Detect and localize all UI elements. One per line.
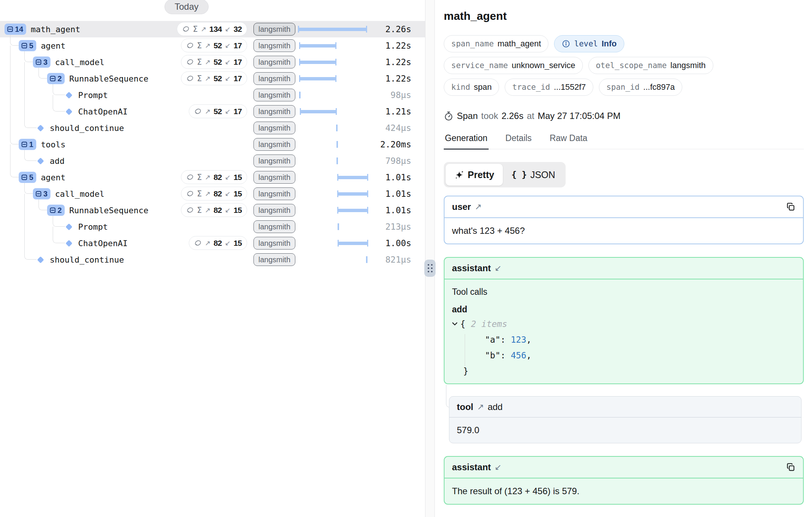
timeline-bar bbox=[298, 251, 369, 268]
span-attribute-pills: span_namemath_agentlevelInfoservice_name… bbox=[444, 35, 804, 96]
input-tokens-arrow-icon: ↗ bbox=[205, 42, 210, 50]
tree-row-Prompt[interactable]: Promptlangsmith98µs bbox=[0, 87, 425, 103]
tree-row-call_model[interactable]: 3call_modelΣ↗52↙17langsmith1.22s bbox=[0, 54, 425, 70]
today-button[interactable]: Today bbox=[164, 0, 209, 14]
timeline-bar bbox=[298, 87, 369, 103]
collapse-toggle[interactable]: 14 bbox=[4, 24, 26, 35]
sparkle-icon bbox=[454, 170, 464, 180]
tool-result-text: 579.0 bbox=[449, 417, 801, 443]
detail-tabs: GenerationDetailsRaw Data bbox=[444, 133, 804, 149]
tree-row-math_agent[interactable]: 14math_agentΣ↗134↙32langsmith2.26s bbox=[0, 21, 425, 37]
json-entry: "b": 456, bbox=[485, 351, 796, 360]
leaf-diamond-icon bbox=[65, 223, 72, 230]
duration-label: 1.01s bbox=[385, 202, 411, 218]
collapse-toggle[interactable]: 5 bbox=[19, 40, 36, 51]
drag-handle-icon[interactable] bbox=[424, 260, 436, 277]
collapse-toggle[interactable]: 3 bbox=[33, 188, 50, 199]
tool-result-name: add bbox=[487, 402, 502, 412]
token-count-badge: ↗82↙15 bbox=[189, 236, 247, 250]
tab-raw-data[interactable]: Raw Data bbox=[548, 133, 588, 149]
langsmith-tag: langsmith bbox=[253, 56, 295, 68]
assistant-toolcall-card: assistant ↙ Tool calls add { 2 items "a"… bbox=[444, 257, 804, 384]
tree-row-agent[interactable]: 5agentΣ↗52↙17langsmith1.22s bbox=[0, 37, 425, 54]
info-icon bbox=[562, 39, 570, 48]
span-name: Prompt bbox=[78, 91, 108, 100]
attribute-pill-level: levelInfo bbox=[554, 35, 624, 52]
sigma-icon: Σ bbox=[197, 189, 202, 198]
duration-label: 1.22s bbox=[385, 70, 411, 87]
leaf-diamond-icon bbox=[65, 108, 72, 115]
assistant-final-card: assistant ↙ The result of (123 + 456) is… bbox=[444, 456, 804, 505]
tree-row-RunnableSequence[interactable]: 2RunnableSequenceΣ↗52↙17langsmith1.22s bbox=[0, 70, 425, 87]
timeline-bar bbox=[298, 37, 369, 54]
span-name: call_model bbox=[55, 189, 104, 199]
json-indent-guide bbox=[465, 334, 465, 366]
coin-icon bbox=[186, 190, 194, 198]
attribute-pill-otel_scope_name: otel_scope_namelangsmith bbox=[588, 57, 713, 74]
view-toggle: Pretty { } JSON bbox=[444, 162, 566, 187]
tree-row-Prompt[interactable]: Promptlangsmith213µs bbox=[0, 218, 425, 235]
leaf-diamond-icon bbox=[37, 157, 44, 164]
collapse-toggle[interactable]: 2 bbox=[47, 205, 65, 216]
duration-label: 1.01s bbox=[385, 169, 411, 186]
chevron-down-icon[interactable] bbox=[452, 322, 458, 326]
pretty-toggle-button[interactable]: Pretty bbox=[446, 164, 503, 186]
timeline-bar bbox=[298, 136, 369, 153]
sigma-icon: Σ bbox=[193, 25, 198, 34]
assistant-final-header: assistant ↙ bbox=[445, 457, 803, 478]
collapse-toggle[interactable]: 2 bbox=[47, 73, 65, 84]
token-count-badge: Σ↗82↙15 bbox=[181, 203, 247, 217]
user-message-header: user ↗ bbox=[445, 196, 803, 218]
outgoing-arrow-icon: ↗ bbox=[477, 402, 484, 412]
collapse-toggle[interactable]: 1 bbox=[19, 139, 36, 150]
output-tokens-arrow-icon: ↙ bbox=[225, 239, 231, 247]
incoming-arrow-icon: ↙ bbox=[495, 462, 501, 472]
tab-generation[interactable]: Generation bbox=[444, 133, 489, 149]
span-name: ChatOpenAI bbox=[78, 239, 127, 248]
langsmith-tag: langsmith bbox=[253, 23, 295, 36]
leaf-diamond-icon bbox=[65, 240, 72, 247]
timeline-bar bbox=[298, 202, 369, 218]
tree-row-should_continue[interactable]: should_continuelangsmith424µs bbox=[0, 120, 425, 136]
tree-row-should_continue[interactable]: should_continuelangsmith821µs bbox=[0, 251, 425, 268]
collapse-toggle[interactable]: 5 bbox=[19, 172, 36, 183]
tree-row-add[interactable]: addlangsmith798µs bbox=[0, 153, 425, 169]
output-tokens-arrow-icon: ↙ bbox=[225, 58, 231, 66]
duration-label: 1.00s bbox=[385, 235, 411, 251]
duration-label: 821µs bbox=[385, 251, 411, 268]
json-toggle-button[interactable]: { } JSON bbox=[503, 164, 564, 186]
tool-message-card: tool ↗ add 579.0 bbox=[449, 396, 802, 443]
tab-details[interactable]: Details bbox=[504, 133, 533, 149]
panel-resizer[interactable] bbox=[425, 0, 435, 517]
sigma-icon: Σ bbox=[197, 206, 202, 215]
user-message-text: what's 123 + 456? bbox=[445, 218, 803, 244]
output-tokens-arrow-icon: ↙ bbox=[225, 25, 231, 33]
coin-icon bbox=[186, 42, 194, 49]
tree-row-call_model[interactable]: 3call_modelΣ↗82↙15langsmith1.01s bbox=[0, 186, 425, 202]
duration-label: 2.26s bbox=[385, 21, 411, 37]
copy-button[interactable] bbox=[786, 462, 796, 472]
duration-label: 1.22s bbox=[385, 54, 411, 70]
leaf-diamond-icon bbox=[65, 92, 72, 98]
langsmith-tag: langsmith bbox=[253, 187, 295, 200]
pill-row: service_nameunknown_serviceotel_scope_na… bbox=[444, 57, 804, 74]
tree-row-ChatOpenAI[interactable]: ChatOpenAI↗82↙15langsmith1.00s bbox=[0, 235, 425, 251]
coin-icon bbox=[186, 206, 194, 214]
coin-icon bbox=[186, 58, 194, 66]
token-count-badge: ↗52↙17 bbox=[189, 104, 247, 118]
tree-row-agent[interactable]: 5agentΣ↗82↙15langsmith1.01s bbox=[0, 169, 425, 186]
incoming-arrow-icon: ↙ bbox=[495, 263, 501, 273]
copy-button[interactable] bbox=[786, 202, 796, 212]
span-name: add bbox=[50, 156, 65, 166]
tree-row-RunnableSequence[interactable]: 2RunnableSequenceΣ↗82↙15langsmith1.01s bbox=[0, 202, 425, 218]
collapse-toggle[interactable]: 3 bbox=[33, 56, 50, 68]
span-detail-panel: math_agent span_namemath_agentlevelInfos… bbox=[435, 0, 812, 517]
langsmith-tag: langsmith bbox=[253, 237, 295, 250]
tree-row-tools[interactable]: 1toolslangsmith2.20ms bbox=[0, 136, 425, 153]
langsmith-tag: langsmith bbox=[253, 89, 295, 101]
input-tokens-arrow-icon: ↗ bbox=[205, 239, 210, 247]
tree-row-ChatOpenAI[interactable]: ChatOpenAI↗52↙17langsmith1.21s bbox=[0, 103, 425, 120]
coin-icon bbox=[194, 107, 202, 115]
sigma-icon: Σ bbox=[197, 41, 202, 50]
langsmith-tag: langsmith bbox=[253, 39, 295, 52]
